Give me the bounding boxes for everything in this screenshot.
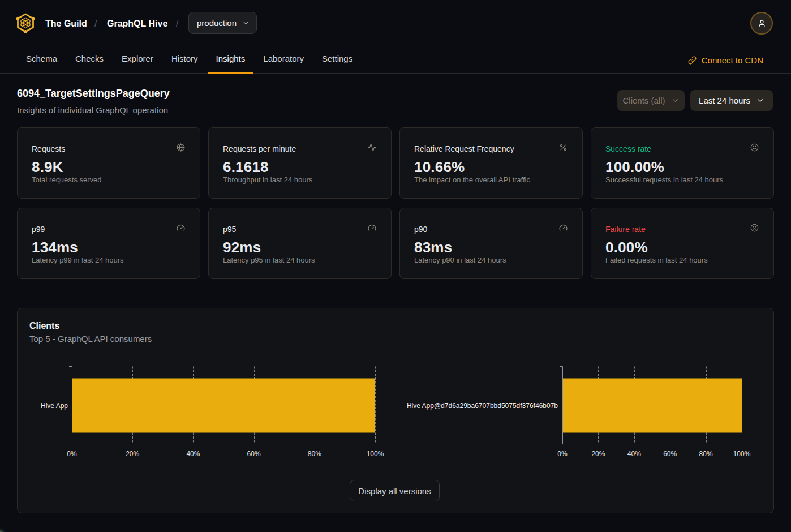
svg-text:60%: 60% <box>247 450 261 458</box>
svg-text:80%: 80% <box>308 450 321 458</box>
svg-text:0%: 0% <box>67 450 77 458</box>
svg-text:0%: 0% <box>557 450 568 458</box>
svg-text:100%: 100% <box>367 450 384 458</box>
svg-text:20%: 20% <box>126 450 139 458</box>
svg-text:40%: 40% <box>186 450 200 458</box>
svg-text:60%: 60% <box>663 450 677 458</box>
svg-text:40%: 40% <box>627 450 641 458</box>
svg-text:20%: 20% <box>591 450 605 458</box>
svg-text:80%: 80% <box>699 450 713 458</box>
svg-text:Hive App: Hive App <box>41 402 68 410</box>
svg-text:100%: 100% <box>733 450 751 458</box>
svg-text:Hive App@d7d6a29ba6707bbd5075d: Hive App@d7d6a29ba6707bbd5075df376f46b07… <box>407 402 558 410</box>
